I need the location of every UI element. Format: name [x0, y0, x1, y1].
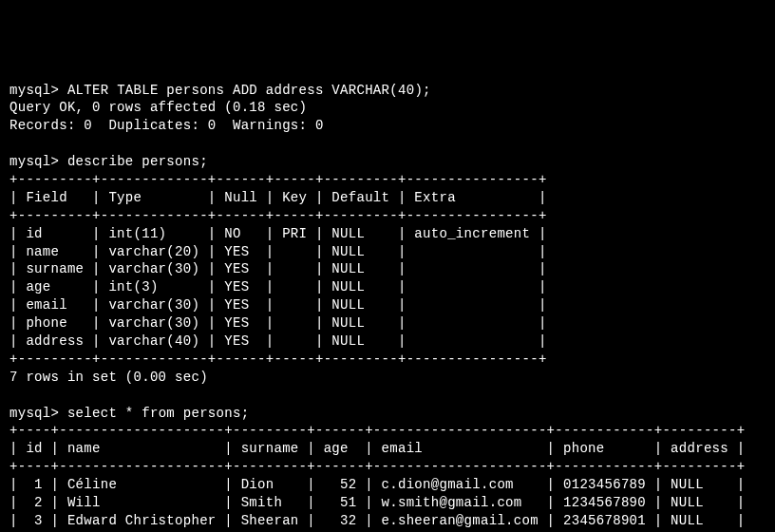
mysql-prompt: mysql> — [9, 406, 59, 421]
describe-row-address: | address | varchar(40) | YES | | NULL |… — [9, 333, 547, 349]
describe-border: +---------+-------------+------+-----+--… — [9, 172, 547, 187]
command-alter: ALTER TABLE persons ADD address VARCHAR(… — [67, 83, 431, 98]
alter-result-line2: Records: 0 Duplicates: 0 Warnings: 0 — [9, 118, 324, 133]
select-row-2: | 2 | Will | Smith | 51 | w.smith@gmail.… — [9, 495, 745, 510]
mysql-prompt: mysql> — [9, 154, 59, 169]
describe-row-phone: | phone | varchar(30) | YES | | NULL | | — [9, 315, 547, 331]
describe-border: +---------+-------------+------+-----+--… — [9, 352, 547, 367]
select-border: +----+--------------------+---------+---… — [9, 459, 745, 474]
describe-row-id: | id | int(11) | NO | PRI | NULL | auto_… — [9, 226, 547, 241]
describe-border: +---------+-------------+------+-----+--… — [9, 208, 547, 223]
mysql-prompt: mysql> — [9, 83, 59, 98]
describe-row-surname: | surname | varchar(30) | YES | | NULL |… — [9, 261, 547, 276]
describe-row-name: | name | varchar(20) | YES | | NULL | | — [9, 244, 547, 259]
command-select: select * from persons; — [67, 406, 249, 421]
alter-result-line1: Query OK, 0 rows affected (0.18 sec) — [9, 100, 307, 115]
describe-row-age: | age | int(3) | YES | | NULL | | — [9, 279, 547, 294]
terminal-output: mysql> ALTER TABLE persons ADD address V… — [9, 82, 766, 532]
select-row-3: | 3 | Edward Christopher | Sheeran | 32 … — [9, 513, 745, 528]
command-describe: describe persons; — [67, 154, 208, 169]
select-header: | id | name | surname | age | email | ph… — [9, 441, 745, 456]
select-border: +----+--------------------+---------+---… — [9, 423, 745, 438]
describe-row-email: | email | varchar(30) | YES | | NULL | | — [9, 297, 547, 313]
describe-header: | Field | Type | Null | Key | Default | … — [9, 190, 547, 205]
describe-status: 7 rows in set (0.00 sec) — [9, 370, 208, 385]
select-row-1: | 1 | Céline | Dion | 52 | c.dion@gmail.… — [9, 477, 745, 492]
